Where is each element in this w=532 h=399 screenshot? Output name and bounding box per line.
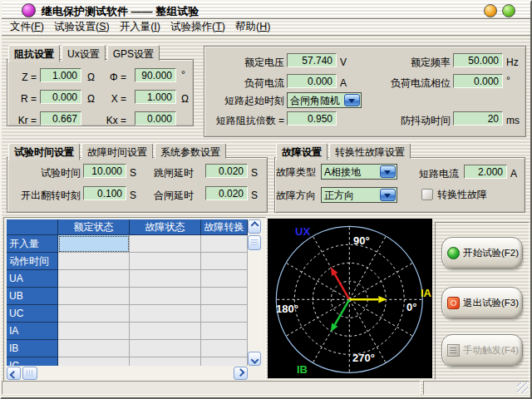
table-cell[interactable] — [201, 323, 248, 340]
horizontal-scrollbar[interactable] — [7, 367, 248, 381]
table-cell[interactable] — [201, 340, 248, 357]
source-panel: 额定电压 57.740 V 额定频率 50.000 Hz 负荷电流 0.000 … — [204, 46, 526, 137]
tab-阻抗设置[interactable]: 阻抗设置 — [8, 45, 60, 62]
load-current-input[interactable]: 0.000 — [287, 74, 337, 88]
close-button[interactable] — [502, 4, 515, 17]
table-cell[interactable] — [130, 270, 201, 288]
start-icon — [447, 247, 460, 259]
tick-270: 270° — [352, 352, 375, 364]
time-tabs: 试验时间设置故障时间设置系统参数设置 — [8, 143, 228, 158]
row-header[interactable]: IA — [7, 323, 58, 340]
table-cell[interactable] — [201, 253, 248, 270]
tab-故障设置[interactable]: 故障设置 — [276, 143, 328, 160]
x-label: X = — [96, 92, 126, 106]
fault-dir-select[interactable]: 正方向 — [321, 187, 397, 203]
scroll-right-button[interactable] — [234, 367, 248, 380]
button-label: 退出试验(F3) — [463, 297, 519, 309]
table-cell[interactable] — [201, 288, 248, 305]
row-header[interactable]: UC — [7, 305, 58, 323]
row-header[interactable]: UB — [7, 288, 58, 305]
table-cell[interactable] — [58, 235, 130, 253]
table-cell[interactable] — [58, 357, 130, 366]
row-header[interactable]: IC — [7, 357, 58, 366]
vertical-scroll-thumb[interactable] — [248, 235, 261, 250]
horizontal-scroll-thumb[interactable] — [22, 367, 37, 380]
table-cell[interactable] — [201, 235, 248, 253]
table-cell[interactable] — [130, 305, 201, 323]
minimize-button[interactable] — [484, 4, 497, 17]
table-cell[interactable] — [58, 253, 130, 270]
table-cell[interactable] — [58, 270, 130, 288]
row-header[interactable]: 开入量 — [7, 235, 58, 253]
short-start-value: 合闸角随机 — [290, 94, 340, 107]
short-start-select[interactable]: 合闸角随机 — [287, 92, 362, 108]
rated-voltage-input[interactable]: 57.740 — [287, 53, 337, 67]
tab-试验时间设置[interactable]: 试验时间设置 — [8, 143, 80, 160]
chevron-down-icon[interactable] — [380, 189, 396, 201]
menu-item[interactable]: 帮助(H) — [230, 18, 275, 36]
column-header[interactable]: 故障转换 — [201, 219, 248, 235]
column-header[interactable]: 额定状态 — [58, 219, 130, 235]
scroll-left-button[interactable] — [7, 367, 21, 380]
rated-freq-input[interactable]: 50.000 — [453, 53, 503, 67]
r-input[interactable]: 0.000 — [40, 90, 81, 104]
exit-icon — [447, 297, 460, 309]
start-test-button[interactable]: 开始试验(F2) — [441, 237, 523, 269]
tab-GPS设置[interactable]: GPS设置 — [107, 45, 160, 61]
menu-item[interactable]: 文件(F) — [5, 18, 49, 36]
kx-input[interactable]: 0.000 — [135, 111, 176, 126]
table-cell[interactable] — [130, 323, 201, 340]
convert-fault-checkbox[interactable] — [421, 189, 433, 200]
table-cell[interactable] — [201, 305, 248, 323]
app-icon — [22, 3, 36, 17]
phi-input[interactable]: 90.000 — [135, 68, 176, 82]
debounce-input[interactable]: 20 — [453, 111, 503, 126]
table-cell[interactable] — [201, 357, 248, 366]
table-cell[interactable] — [58, 340, 130, 357]
table-cell[interactable] — [201, 270, 248, 288]
exit-test-button[interactable]: 退出试验(F3) — [441, 287, 523, 319]
tab-Ux设置[interactable]: Ux设置 — [62, 45, 106, 61]
table-cell[interactable] — [130, 288, 201, 305]
menu-item[interactable]: 开入量(I) — [115, 18, 165, 36]
tab-转换性故障设置[interactable]: 转换性故障设置 — [329, 143, 411, 159]
chevron-down-icon[interactable] — [344, 94, 360, 106]
short-current-unit: A — [510, 167, 517, 181]
trip-delay-input[interactable]: 0.020 — [205, 164, 248, 178]
close-delay-input[interactable]: 0.020 — [205, 186, 248, 200]
table-cell[interactable] — [130, 357, 201, 366]
tab-系统参数设置[interactable]: 系统参数设置 — [155, 143, 226, 159]
kr-input[interactable]: 0.667 — [40, 111, 81, 126]
table-cell[interactable] — [58, 323, 130, 340]
impedance-ratio-input[interactable]: 0.950 — [287, 111, 337, 126]
scroll-down-button[interactable] — [248, 352, 261, 366]
z-input[interactable]: 1.000 — [40, 68, 81, 82]
vertical-scrollbar[interactable] — [248, 219, 262, 366]
tab-故障时间设置[interactable]: 故障时间设置 — [81, 143, 153, 159]
kx-label: Kx = — [96, 114, 126, 128]
load-phase-input[interactable]: 0.000 — [453, 74, 503, 88]
row-header[interactable]: 动作时间 — [7, 253, 58, 270]
table-cell[interactable] — [58, 288, 130, 305]
scroll-up-button[interactable] — [248, 219, 261, 234]
row-header[interactable]: IB — [7, 340, 58, 357]
menu-item[interactable]: 试验设置(S) — [49, 18, 115, 36]
table-cell[interactable] — [58, 305, 130, 323]
row-header[interactable]: UA — [7, 270, 58, 288]
short-current-input[interactable]: 2.000 — [464, 165, 507, 179]
phi-label: Φ = — [96, 71, 126, 85]
rated-voltage-label: 额定电压 — [204, 56, 284, 70]
x-input[interactable]: 1.000 — [135, 90, 176, 104]
table-cell[interactable] — [130, 253, 201, 270]
table-cell[interactable] — [130, 340, 201, 357]
table-cell[interactable] — [130, 235, 201, 253]
phasor-panel: UXIAIB90°0°180°270° — [268, 219, 432, 378]
fault-type-label: 故障类型 — [276, 165, 316, 180]
column-header[interactable]: 故障状态 — [130, 219, 201, 235]
close-delay-unit: S — [251, 189, 258, 203]
fault-panel: 故障设置转换性故障设置 故障类型 A相接地 短路电流 2.000 A 故障方向 … — [274, 143, 525, 213]
menu-item[interactable]: 试验操作(T) — [165, 18, 230, 36]
close-delay-label: 合闸延时 — [121, 189, 194, 203]
resize-grip[interactable] — [517, 382, 528, 393]
trip-delay-unit: S — [251, 166, 258, 180]
